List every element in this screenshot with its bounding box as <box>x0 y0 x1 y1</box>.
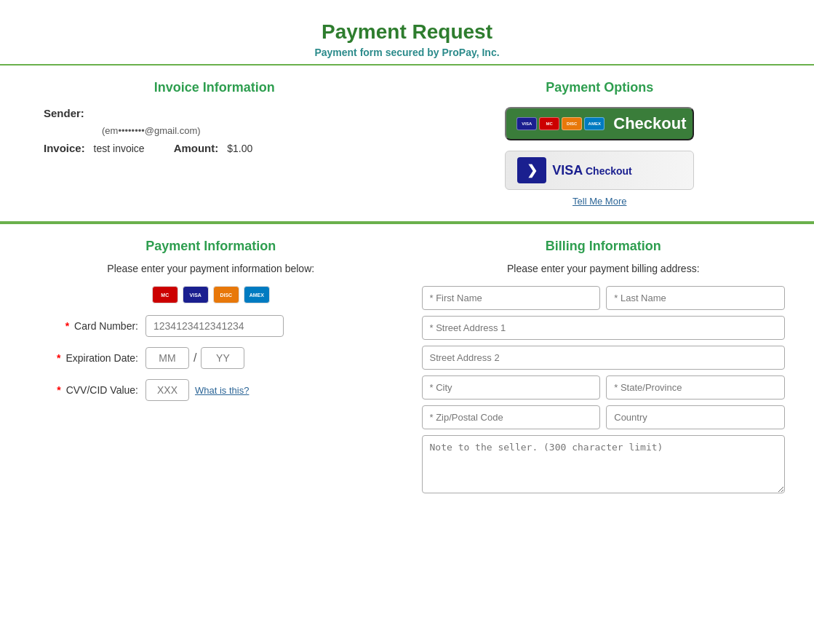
bottom-section: Payment Information Please enter your pa… <box>0 223 814 508</box>
payment-options-heading: Payment Options <box>546 80 653 95</box>
invoice-details: Invoice: test invoice Amount: $1.00 <box>29 142 400 154</box>
city-state-row <box>422 375 786 399</box>
payment-info-panel: Payment Information Please enter your pa… <box>29 239 393 493</box>
visa-checkout-button[interactable]: ❯ VISA Checkout <box>505 151 694 190</box>
discover-icon: DISC <box>562 117 582 130</box>
payment-info-heading: Payment Information <box>29 239 393 254</box>
expiry-row: * Expiration Date: / <box>29 347 393 369</box>
sender-label: Sender: <box>44 107 102 119</box>
billing-subtitle: Please enter your payment billing addres… <box>422 263 786 274</box>
visa-logo: VISA Checkout <box>552 163 632 178</box>
payment-info-subtitle: Please enter your payment information be… <box>29 263 393 274</box>
street-address-1-input[interactable] <box>422 316 786 340</box>
invoice-value: test invoice <box>94 143 145 154</box>
cvv-input[interactable] <box>145 379 189 401</box>
name-row <box>422 286 786 310</box>
expiry-label: * Expiration Date: <box>29 352 145 364</box>
amount-value: $1.00 <box>227 143 252 154</box>
visa-icon: VISA <box>516 117 537 130</box>
visa-checkout-word: Checkout <box>586 165 632 177</box>
amex-badge: AMEX <box>244 286 270 303</box>
first-name-input[interactable] <box>422 286 601 310</box>
zip-country-row <box>422 405 786 429</box>
billing-form <box>422 286 786 493</box>
checkout-card-icons: VISA MC DISC AMEX <box>516 117 604 130</box>
top-section: Invoice Information Sender: (em••••••••@… <box>0 65 814 221</box>
visa-arrow-icon: ❯ <box>527 162 538 178</box>
cvv-row: * CVV/CID Value: What is this? <box>29 379 393 401</box>
country-input[interactable] <box>606 405 785 429</box>
first-name-wrapper <box>422 286 601 310</box>
state-wrapper <box>606 375 785 399</box>
mc-icon: MC <box>539 117 559 130</box>
expiry-year-input[interactable] <box>201 347 244 369</box>
city-input[interactable] <box>422 375 601 399</box>
amount-group: Amount: $1.00 <box>174 142 253 154</box>
city-wrapper <box>422 375 601 399</box>
mastercard-badge: MC <box>152 286 178 303</box>
street-address-2-input[interactable] <box>422 346 786 370</box>
page-header: Payment Request Payment form secured by … <box>0 0 814 64</box>
required-star-expiry: * <box>57 352 60 364</box>
checkout-arrow-icon: ❯ <box>695 114 709 133</box>
note-textarea[interactable] <box>422 435 786 493</box>
required-star-cvv: * <box>57 384 60 396</box>
state-input[interactable] <box>606 375 785 399</box>
country-wrapper <box>606 405 785 429</box>
billing-info-panel: Billing Information Please enter your pa… <box>422 239 786 493</box>
card-number-row: * Card Number: <box>29 315 393 337</box>
zip-input[interactable] <box>422 405 601 429</box>
payment-options-panel: Payment Options VISA MC DISC AMEX Checko… <box>415 80 786 207</box>
invoice-info-panel: Invoice Information Sender: (em••••••••@… <box>29 80 400 207</box>
billing-heading: Billing Information <box>422 239 786 254</box>
last-name-input[interactable] <box>606 286 785 310</box>
card-number-input[interactable] <box>145 315 284 337</box>
checkout-button[interactable]: VISA MC DISC AMEX Checkout ❯ <box>505 107 694 140</box>
sender-row: Sender: <box>29 107 400 119</box>
amount-label: Amount: <box>174 142 219 154</box>
visa-badge: VISA <box>183 286 209 303</box>
visa-arrow-box: ❯ <box>517 157 546 183</box>
invoice-label: Invoice: <box>44 142 85 154</box>
what-is-this-link[interactable]: What is this? <box>195 385 249 396</box>
cvv-label: * CVV/CID Value: <box>29 384 145 396</box>
card-icons-row: MC VISA DISC AMEX <box>29 286 393 303</box>
propay-link[interactable]: ProPay, Inc. <box>442 47 499 58</box>
invoice-name-group: Invoice: test invoice <box>44 142 145 154</box>
sender-email: (em••••••••@gmail.com) <box>29 125 400 136</box>
discover-badge: DISC <box>213 286 239 303</box>
expiry-slash: / <box>193 351 196 365</box>
amex-icon: AMEX <box>584 117 604 130</box>
last-name-wrapper <box>606 286 785 310</box>
tell-me-more-link[interactable]: Tell Me More <box>572 196 626 207</box>
expiry-month-input[interactable] <box>145 347 189 369</box>
invoice-heading: Invoice Information <box>29 80 400 95</box>
zip-wrapper <box>422 405 601 429</box>
page-title: Payment Request <box>0 20 814 44</box>
required-star-card: * <box>65 320 69 332</box>
checkout-label: Checkout <box>613 114 686 133</box>
page-subtitle: Payment form secured by ProPay, Inc. <box>0 47 814 58</box>
card-number-label: * Card Number: <box>29 320 145 332</box>
